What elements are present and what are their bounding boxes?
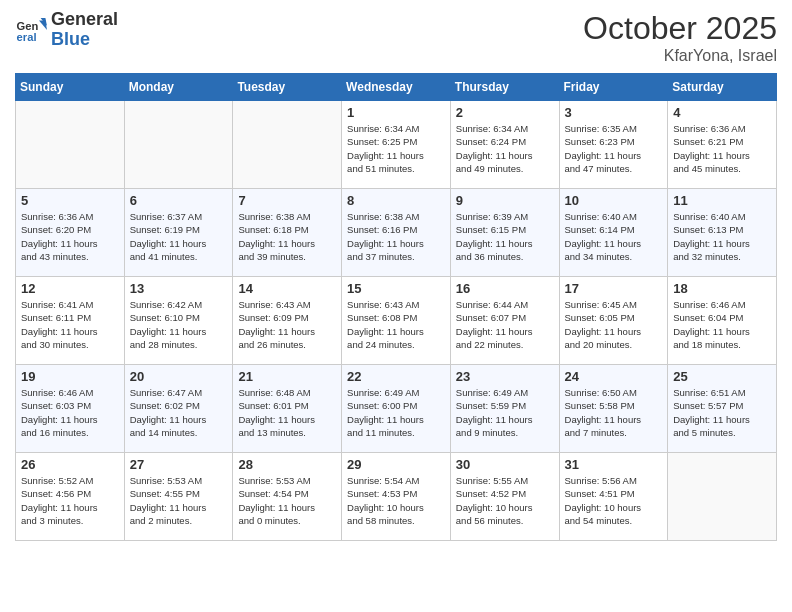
day-info: Sunrise: 6:35 AM Sunset: 6:23 PM Dayligh… [565, 122, 663, 175]
day-cell-19: 19Sunrise: 6:46 AM Sunset: 6:03 PM Dayli… [16, 365, 125, 453]
col-header-friday: Friday [559, 74, 668, 101]
day-number: 21 [238, 369, 336, 384]
day-cell-28: 28Sunrise: 5:53 AM Sunset: 4:54 PM Dayli… [233, 453, 342, 541]
day-cell-18: 18Sunrise: 6:46 AM Sunset: 6:04 PM Dayli… [668, 277, 777, 365]
day-cell-5: 5Sunrise: 6:36 AM Sunset: 6:20 PM Daylig… [16, 189, 125, 277]
week-row-5: 26Sunrise: 5:52 AM Sunset: 4:56 PM Dayli… [16, 453, 777, 541]
logo-text: General Blue [51, 10, 118, 50]
day-info: Sunrise: 6:34 AM Sunset: 6:25 PM Dayligh… [347, 122, 445, 175]
day-cell-4: 4Sunrise: 6:36 AM Sunset: 6:21 PM Daylig… [668, 101, 777, 189]
day-info: Sunrise: 6:48 AM Sunset: 6:01 PM Dayligh… [238, 386, 336, 439]
day-info: Sunrise: 6:41 AM Sunset: 6:11 PM Dayligh… [21, 298, 119, 351]
svg-text:eral: eral [17, 31, 37, 43]
day-number: 18 [673, 281, 771, 296]
logo-general-text: General [51, 10, 118, 30]
day-cell-23: 23Sunrise: 6:49 AM Sunset: 5:59 PM Dayli… [450, 365, 559, 453]
day-info: Sunrise: 6:37 AM Sunset: 6:19 PM Dayligh… [130, 210, 228, 263]
day-number: 29 [347, 457, 445, 472]
day-cell-20: 20Sunrise: 6:47 AM Sunset: 6:02 PM Dayli… [124, 365, 233, 453]
day-number: 23 [456, 369, 554, 384]
svg-text:Gen: Gen [17, 20, 39, 32]
day-number: 6 [130, 193, 228, 208]
day-cell-29: 29Sunrise: 5:54 AM Sunset: 4:53 PM Dayli… [342, 453, 451, 541]
day-info: Sunrise: 6:44 AM Sunset: 6:07 PM Dayligh… [456, 298, 554, 351]
day-number: 3 [565, 105, 663, 120]
calendar-header-row: SundayMondayTuesdayWednesdayThursdayFrid… [16, 74, 777, 101]
day-number: 31 [565, 457, 663, 472]
title-block: October 2025 KfarYona, Israel [583, 10, 777, 65]
day-info: Sunrise: 6:38 AM Sunset: 6:18 PM Dayligh… [238, 210, 336, 263]
day-number: 20 [130, 369, 228, 384]
empty-cell [233, 101, 342, 189]
day-number: 26 [21, 457, 119, 472]
empty-cell [668, 453, 777, 541]
week-row-1: 1Sunrise: 6:34 AM Sunset: 6:25 PM Daylig… [16, 101, 777, 189]
day-cell-11: 11Sunrise: 6:40 AM Sunset: 6:13 PM Dayli… [668, 189, 777, 277]
logo: Gen eral General Blue [15, 10, 118, 50]
day-number: 12 [21, 281, 119, 296]
day-info: Sunrise: 6:49 AM Sunset: 6:00 PM Dayligh… [347, 386, 445, 439]
location: KfarYona, Israel [583, 47, 777, 65]
day-info: Sunrise: 6:38 AM Sunset: 6:16 PM Dayligh… [347, 210, 445, 263]
day-cell-9: 9Sunrise: 6:39 AM Sunset: 6:15 PM Daylig… [450, 189, 559, 277]
day-number: 27 [130, 457, 228, 472]
col-header-saturday: Saturday [668, 74, 777, 101]
day-cell-27: 27Sunrise: 5:53 AM Sunset: 4:55 PM Dayli… [124, 453, 233, 541]
day-cell-22: 22Sunrise: 6:49 AM Sunset: 6:00 PM Dayli… [342, 365, 451, 453]
day-cell-10: 10Sunrise: 6:40 AM Sunset: 6:14 PM Dayli… [559, 189, 668, 277]
day-number: 24 [565, 369, 663, 384]
day-info: Sunrise: 5:53 AM Sunset: 4:54 PM Dayligh… [238, 474, 336, 527]
day-cell-13: 13Sunrise: 6:42 AM Sunset: 6:10 PM Dayli… [124, 277, 233, 365]
day-info: Sunrise: 5:53 AM Sunset: 4:55 PM Dayligh… [130, 474, 228, 527]
col-header-sunday: Sunday [16, 74, 125, 101]
month-title: October 2025 [583, 10, 777, 47]
empty-cell [124, 101, 233, 189]
day-number: 4 [673, 105, 771, 120]
day-info: Sunrise: 6:40 AM Sunset: 6:14 PM Dayligh… [565, 210, 663, 263]
day-number: 17 [565, 281, 663, 296]
week-row-2: 5Sunrise: 6:36 AM Sunset: 6:20 PM Daylig… [16, 189, 777, 277]
day-number: 7 [238, 193, 336, 208]
day-cell-7: 7Sunrise: 6:38 AM Sunset: 6:18 PM Daylig… [233, 189, 342, 277]
day-info: Sunrise: 6:50 AM Sunset: 5:58 PM Dayligh… [565, 386, 663, 439]
day-info: Sunrise: 6:45 AM Sunset: 6:05 PM Dayligh… [565, 298, 663, 351]
day-number: 10 [565, 193, 663, 208]
day-cell-26: 26Sunrise: 5:52 AM Sunset: 4:56 PM Dayli… [16, 453, 125, 541]
calendar-table: SundayMondayTuesdayWednesdayThursdayFrid… [15, 73, 777, 541]
col-header-wednesday: Wednesday [342, 74, 451, 101]
day-cell-24: 24Sunrise: 6:50 AM Sunset: 5:58 PM Dayli… [559, 365, 668, 453]
day-info: Sunrise: 6:43 AM Sunset: 6:08 PM Dayligh… [347, 298, 445, 351]
day-info: Sunrise: 6:43 AM Sunset: 6:09 PM Dayligh… [238, 298, 336, 351]
day-cell-31: 31Sunrise: 5:56 AM Sunset: 4:51 PM Dayli… [559, 453, 668, 541]
day-number: 30 [456, 457, 554, 472]
day-number: 25 [673, 369, 771, 384]
week-row-3: 12Sunrise: 6:41 AM Sunset: 6:11 PM Dayli… [16, 277, 777, 365]
day-cell-1: 1Sunrise: 6:34 AM Sunset: 6:25 PM Daylig… [342, 101, 451, 189]
day-info: Sunrise: 6:34 AM Sunset: 6:24 PM Dayligh… [456, 122, 554, 175]
day-info: Sunrise: 6:51 AM Sunset: 5:57 PM Dayligh… [673, 386, 771, 439]
day-cell-25: 25Sunrise: 6:51 AM Sunset: 5:57 PM Dayli… [668, 365, 777, 453]
day-cell-3: 3Sunrise: 6:35 AM Sunset: 6:23 PM Daylig… [559, 101, 668, 189]
week-row-4: 19Sunrise: 6:46 AM Sunset: 6:03 PM Dayli… [16, 365, 777, 453]
day-cell-21: 21Sunrise: 6:48 AM Sunset: 6:01 PM Dayli… [233, 365, 342, 453]
day-info: Sunrise: 6:47 AM Sunset: 6:02 PM Dayligh… [130, 386, 228, 439]
day-cell-12: 12Sunrise: 6:41 AM Sunset: 6:11 PM Dayli… [16, 277, 125, 365]
col-header-monday: Monday [124, 74, 233, 101]
day-number: 13 [130, 281, 228, 296]
day-number: 19 [21, 369, 119, 384]
day-number: 22 [347, 369, 445, 384]
day-info: Sunrise: 6:46 AM Sunset: 6:03 PM Dayligh… [21, 386, 119, 439]
day-info: Sunrise: 6:46 AM Sunset: 6:04 PM Dayligh… [673, 298, 771, 351]
day-cell-30: 30Sunrise: 5:55 AM Sunset: 4:52 PM Dayli… [450, 453, 559, 541]
day-number: 9 [456, 193, 554, 208]
day-cell-15: 15Sunrise: 6:43 AM Sunset: 6:08 PM Dayli… [342, 277, 451, 365]
day-number: 28 [238, 457, 336, 472]
day-info: Sunrise: 6:36 AM Sunset: 6:21 PM Dayligh… [673, 122, 771, 175]
col-header-tuesday: Tuesday [233, 74, 342, 101]
day-number: 2 [456, 105, 554, 120]
day-number: 15 [347, 281, 445, 296]
day-number: 1 [347, 105, 445, 120]
logo-blue-text: Blue [51, 30, 118, 50]
day-info: Sunrise: 5:52 AM Sunset: 4:56 PM Dayligh… [21, 474, 119, 527]
day-cell-17: 17Sunrise: 6:45 AM Sunset: 6:05 PM Dayli… [559, 277, 668, 365]
